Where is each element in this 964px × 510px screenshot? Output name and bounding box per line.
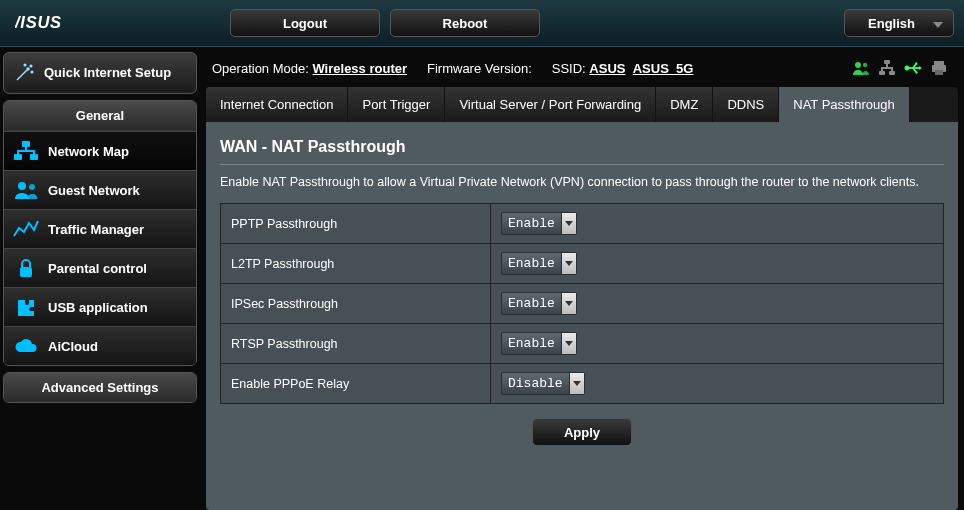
sidebar-item-label: Network Map (48, 144, 129, 159)
printer-status-icon[interactable] (930, 59, 948, 77)
op-mode-label: Operation Mode: (212, 61, 309, 76)
svg-rect-20 (889, 71, 895, 75)
svg-point-17 (863, 63, 867, 67)
usb-status-icon[interactable] (904, 59, 922, 77)
rtsp-passthrough-select[interactable]: Enable (501, 332, 577, 355)
sidebar-item-network-map[interactable]: Network Map (4, 131, 196, 170)
puzzle-icon (12, 296, 40, 318)
panel-description: Enable NAT Passthrough to allow a Virtua… (220, 175, 944, 189)
svg-rect-10 (17, 150, 35, 152)
top-buttons: Logout Reboot (230, 9, 540, 37)
svg-rect-24 (891, 67, 893, 71)
table-row: RTSP Passthrough Enable (221, 324, 944, 364)
chevron-down-icon (561, 253, 576, 274)
op-mode-value[interactable]: Wireless router (312, 61, 407, 76)
content-panel: WAN - NAT Passthrough Enable NAT Passthr… (206, 122, 958, 510)
status-icons (852, 59, 952, 77)
tab-ddns[interactable]: DDNS (713, 87, 779, 122)
main-content: Operation Mode: Wireless router Firmware… (200, 47, 964, 510)
svg-point-5 (31, 71, 33, 73)
tab-virtual-server[interactable]: Virtual Server / Port Forwarding (445, 87, 656, 122)
wan-tabs: Internet Connection Port Trigger Virtual… (206, 87, 958, 122)
asus-logo: /ISUS (15, 8, 105, 38)
svg-point-30 (915, 71, 917, 73)
ssid-value-1[interactable]: ASUS (589, 61, 625, 76)
tab-dmz[interactable]: DMZ (656, 87, 713, 122)
cloud-icon (12, 335, 40, 357)
svg-point-13 (18, 182, 26, 190)
svg-rect-11 (17, 150, 19, 155)
svg-point-14 (29, 184, 35, 190)
svg-line-1 (17, 70, 27, 80)
svg-rect-33 (935, 70, 943, 75)
apply-button[interactable]: Apply (532, 418, 632, 446)
sidebar-item-label: Quick Internet Setup (44, 66, 171, 80)
select-value: Enable (508, 336, 555, 351)
guest-network-icon (12, 179, 40, 201)
firmware-label: Firmware Version: (427, 61, 532, 76)
sidebar-item-label: Guest Network (48, 183, 140, 198)
svg-point-2 (27, 68, 29, 70)
sidebar-item-usb-application[interactable]: USB application (4, 287, 196, 326)
table-row: Enable PPPoE Relay Disable (221, 364, 944, 404)
language-select[interactable]: English (844, 9, 954, 37)
users-status-icon[interactable] (852, 59, 870, 77)
lock-icon (12, 257, 40, 279)
setting-label: L2TP Passthrough (221, 244, 491, 284)
table-row: IPSec Passthrough Enable (221, 284, 944, 324)
network-map-icon (12, 140, 40, 162)
table-row: L2TP Passthrough Enable (221, 244, 944, 284)
table-row: PPTP Passthrough Enable (221, 204, 944, 244)
svg-rect-6 (22, 141, 30, 147)
quick-internet-setup[interactable]: Quick Internet Setup (3, 52, 197, 94)
select-value: Enable (508, 296, 555, 311)
svg-point-3 (30, 65, 32, 67)
chevron-down-icon (569, 373, 584, 394)
sidebar-item-traffic-manager[interactable]: Traffic Manager (4, 209, 196, 248)
sidebar-advanced-header: Advanced Settings (4, 373, 196, 402)
panel-title: WAN - NAT Passthrough (220, 134, 944, 165)
nat-settings-table: PPTP Passthrough Enable L2TP Passthrough… (220, 203, 944, 404)
sidebar-item-label: USB application (48, 300, 148, 315)
svg-rect-19 (879, 71, 885, 75)
svg-rect-31 (934, 61, 944, 65)
sidebar-item-guest-network[interactable]: Guest Network (4, 170, 196, 209)
info-row: Operation Mode: Wireless router Firmware… (206, 53, 958, 87)
svg-rect-15 (20, 267, 32, 277)
svg-rect-18 (884, 60, 890, 64)
svg-point-16 (855, 62, 861, 68)
pppoe-relay-select[interactable]: Disable (501, 372, 585, 395)
svg-point-25 (905, 66, 908, 69)
sidebar-item-label: Traffic Manager (48, 222, 144, 237)
ssid-value-2[interactable]: ASUS_5G (633, 61, 694, 76)
top-bar: /ISUS Logout Reboot English (0, 0, 964, 47)
select-value: Disable (508, 376, 563, 391)
sidebar-advanced-group: Advanced Settings (3, 372, 197, 403)
sidebar-item-aicloud[interactable]: AiCloud (4, 326, 196, 365)
tab-internet-connection[interactable]: Internet Connection (206, 87, 348, 122)
lan-status-icon[interactable] (878, 59, 896, 77)
chevron-down-icon (561, 213, 576, 234)
select-value: Enable (508, 216, 555, 231)
l2tp-passthrough-select[interactable]: Enable (501, 252, 577, 275)
svg-rect-28 (915, 63, 917, 65)
sidebar-item-parental-control[interactable]: Parental control (4, 248, 196, 287)
sidebar-item-label: Parental control (48, 261, 147, 276)
pptp-passthrough-select[interactable]: Enable (501, 212, 577, 235)
svg-text:/ISUS: /ISUS (15, 13, 62, 31)
reboot-button[interactable]: Reboot (390, 9, 540, 37)
sidebar-item-label: AiCloud (48, 339, 98, 354)
tab-nat-passthrough[interactable]: NAT Passthrough (779, 87, 909, 122)
sidebar-general-group: General Network Map Guest Network Traffi… (3, 100, 197, 366)
svg-rect-23 (881, 67, 883, 71)
chevron-down-icon (561, 293, 576, 314)
setting-label: Enable PPPoE Relay (221, 364, 491, 404)
ipsec-passthrough-select[interactable]: Enable (501, 292, 577, 315)
tab-port-trigger[interactable]: Port Trigger (348, 87, 445, 122)
select-value: Enable (508, 256, 555, 271)
svg-point-4 (24, 64, 26, 66)
sidebar: Quick Internet Setup General Network Map… (0, 47, 200, 510)
setting-label: PPTP Passthrough (221, 204, 491, 244)
chevron-down-icon (561, 333, 576, 354)
logout-button[interactable]: Logout (230, 9, 380, 37)
